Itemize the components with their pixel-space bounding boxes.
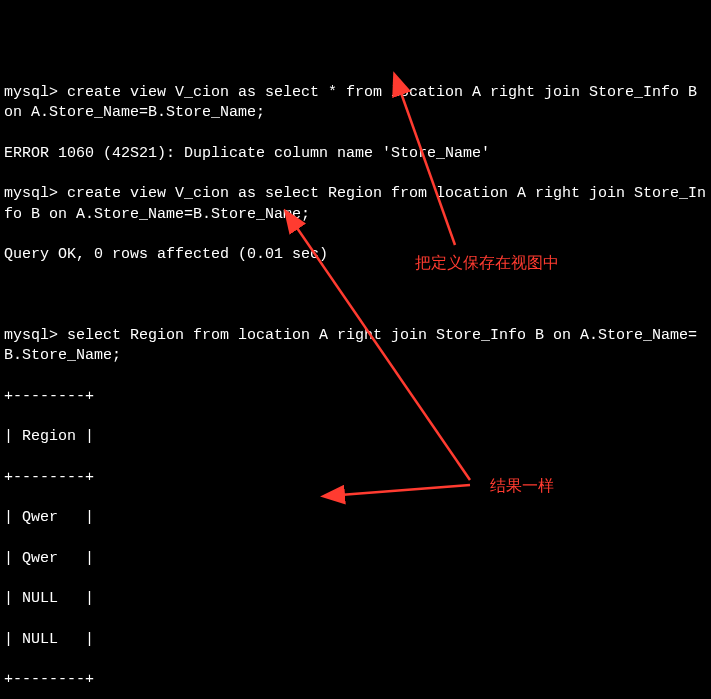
sql-command-2: create view V_cion as select Region from… bbox=[4, 185, 706, 222]
table1-header: | Region | bbox=[4, 427, 707, 447]
table1-border-mid: +--------+ bbox=[4, 468, 707, 488]
prompt: mysql> bbox=[4, 84, 67, 101]
blank-line bbox=[4, 286, 707, 306]
error-line-1: ERROR 1060 (42S21): Duplicate column nam… bbox=[4, 144, 707, 164]
table1-row: | NULL | bbox=[4, 589, 707, 609]
cmd-line-1: mysql> create view V_cion as select * fr… bbox=[4, 83, 707, 124]
sql-command-3: select Region from location A right join… bbox=[4, 327, 697, 364]
result-line-2: Query OK, 0 rows affected (0.01 sec) bbox=[4, 245, 707, 265]
sql-command-1: create view V_cion as select * from loca… bbox=[4, 84, 706, 121]
cmd-line-2: mysql> create view V_cion as select Regi… bbox=[4, 184, 707, 225]
prompt: mysql> bbox=[4, 327, 67, 344]
table1-row: | NULL | bbox=[4, 630, 707, 650]
table1-border-bot: +--------+ bbox=[4, 670, 707, 690]
prompt: mysql> bbox=[4, 185, 67, 202]
table1-row: | Qwer | bbox=[4, 549, 707, 569]
cmd-line-3: mysql> select Region from location A rig… bbox=[4, 326, 707, 367]
table1-row: | Qwer | bbox=[4, 508, 707, 528]
table1-border-top: +--------+ bbox=[4, 387, 707, 407]
